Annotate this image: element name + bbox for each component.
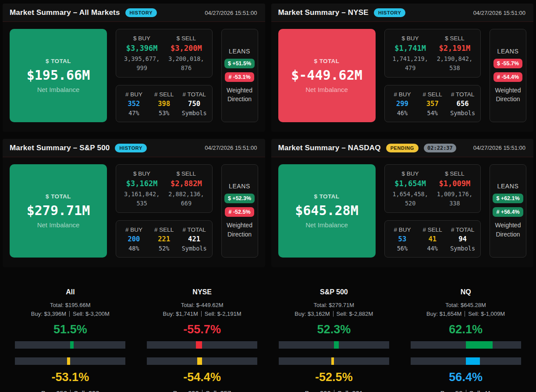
dollar-lean-percent: 62.1%: [400, 323, 532, 336]
count-buysell-line: Buy: 200Sell: 221: [268, 389, 400, 392]
total-line: Total: $195.66M: [4, 302, 136, 308]
net-imbalance-value: $645.28M: [295, 203, 359, 218]
net-imbalance-value: $279.71M: [27, 203, 90, 218]
net-imbalance-card: $ TOTAL $645.28M Net Imbalance: [278, 164, 376, 258]
dollar-lean-pill: $ +52.3%: [224, 194, 255, 203]
stats-column: $ BUY $3,162M 3,161,842,535 $ SELL $2,88…: [116, 164, 213, 258]
panel-title: Market Summary – All Markets: [10, 8, 120, 17]
symbol-bar-marker: [331, 357, 334, 365]
panel-body: $ TOTAL $-449.62M Net Imbalance $ BUY $1…: [271, 22, 534, 132]
net-imbalance-caption: Net Imbalance: [37, 86, 80, 93]
dollar-lean-pill: $ +51.5%: [224, 59, 255, 68]
count-buysell-line: Buy: 53Sell: 41: [400, 389, 532, 392]
dollar-buy-full: 1,741,219,479: [388, 54, 433, 73]
dollar-lean-bar: [15, 341, 125, 349]
count-sell-cell: # SELL 41 44%: [417, 226, 447, 252]
count-total-cell: # TOTAL 421 Symbols: [179, 226, 209, 252]
panel-header: Market Summary – All Markets HISTORY 04/…: [3, 4, 265, 22]
net-imbalance-card: $ TOTAL $-449.62M Net Imbalance: [278, 29, 376, 122]
market-lean-column: S&P 500 Total: $279.71M Buy: $3,162MSell…: [268, 288, 400, 392]
count-buy-text: Buy: 53: [440, 389, 463, 392]
weighted-direction-label: Weighted Direction: [224, 221, 256, 239]
net-imbalance-value: $195.66M: [27, 67, 90, 83]
market-summary-panel: Market Summary – All Markets HISTORY 04/…: [3, 4, 265, 132]
count-buysell-line: Buy: 299Sell: 357: [136, 389, 268, 392]
dollar-lean-percent: 51.5%: [4, 323, 136, 336]
dollar-stats-box: $ BUY $1,741M 1,741,219,479 $ SELL $2,19…: [384, 29, 481, 78]
dollar-lean-bar: [147, 341, 257, 349]
dollar-sell-full: 2,190,842,538: [433, 54, 477, 73]
dollar-lean-percent: -55.7%: [136, 323, 268, 336]
dollar-sell-cell: $ SELL $1,009M 1,009,176,338: [433, 170, 477, 208]
dollar-sell-cell: $ SELL $3,200M 3,200,018,876: [164, 35, 208, 73]
count-total-cell: # TOTAL 656 Symbols: [447, 91, 478, 117]
symbol-lean-bar: [411, 357, 521, 365]
dollar-sell-full: 2,882,136,669: [164, 190, 208, 208]
weighted-direction-label: Weighted Direction: [492, 221, 524, 239]
dollar-lean-bar: [279, 341, 389, 349]
symbol-lean-percent: -52.5%: [268, 371, 400, 384]
dollar-sell-cell: $ SELL $2,191M 2,190,842,538: [433, 35, 477, 73]
count-buy-cell: # BUY 53 56%: [387, 226, 418, 252]
leans-box: LEANS $ -55.7% # -54.4% Weighted Directi…: [490, 29, 526, 122]
market-summary-panel: Market Summary – S&P 500 HISTORY 04/27/2…: [3, 139, 265, 267]
count-lean-pill: # -52.5%: [225, 207, 254, 217]
net-imbalance-card: $ TOTAL $195.66M Net Imbalance: [10, 29, 107, 122]
count-stats-box: # BUY 200 48% # SELL 221 52% # TOTAL 421…: [116, 220, 213, 258]
dollar-buy-full: 3,161,842,535: [120, 190, 164, 208]
dollar-stats-box: $ BUY $3,162M 3,161,842,535 $ SELL $2,88…: [116, 164, 213, 213]
panel-header: Market Summary – NASDAQ PENDING 02:22:37…: [271, 139, 534, 157]
market-lean-summary: All Total: $195.66M Buy: $3,396MSell: $-…: [0, 267, 536, 392]
count-buy-text: Buy: 352: [41, 389, 67, 392]
leans-box: LEANS $ +52.3% # -52.5% Weighted Directi…: [221, 164, 258, 258]
count-total-label: # TOTAL: [179, 226, 209, 233]
count-sell-text: Sell: 357: [206, 389, 231, 392]
count-buy-cell: # BUY 352 47%: [119, 91, 149, 117]
total-line: Total: $279.71M: [268, 302, 400, 308]
count-buy-pct: 48%: [119, 245, 149, 252]
net-imbalance-card: $ TOTAL $279.71M Net Imbalance: [10, 164, 107, 258]
market-name: All: [4, 288, 136, 296]
dollar-buy-cell: $ BUY $1,654M 1,654,458,520: [388, 170, 433, 208]
dollar-bar-marker: [334, 341, 339, 349]
dollar-buy-value: $3,396M: [120, 44, 164, 53]
weighted-direction-label: Weighted Direction: [492, 86, 524, 104]
symbol-lean-bar: [15, 357, 125, 365]
dollar-sell-value: $3,200M: [164, 44, 208, 53]
dollar-buy-label: $ BUY: [388, 35, 433, 42]
dollar-buy-cell: $ BUY $1,741M 1,741,219,479: [388, 35, 433, 73]
leans-label: LEANS: [229, 183, 250, 190]
status-badge: HISTORY: [374, 8, 406, 17]
leans-label: LEANS: [497, 183, 519, 190]
status-badge: HISTORY: [125, 8, 157, 17]
dollar-sell-text: Sell: $-3,200M: [73, 311, 110, 317]
dollar-buy-text: Buy: $1,654M: [426, 311, 461, 317]
dollar-buysell-line: Buy: $1,741MSell: $-2,191M: [136, 311, 268, 317]
count-buy-label: # BUY: [119, 226, 149, 233]
count-sell-pct: 53%: [149, 109, 179, 117]
count-sell-label: # SELL: [149, 226, 179, 233]
status-badge: PENDING: [386, 144, 419, 152]
separator: [334, 390, 334, 392]
count-total-sub: Symbols: [179, 245, 209, 252]
count-buy-value: 299: [387, 100, 418, 108]
status-badge: HISTORY: [115, 144, 147, 152]
separator: [70, 390, 71, 392]
separator: [333, 311, 334, 317]
count-sell-text: Sell: 221: [337, 389, 363, 392]
dollar-buy-value: $3,162M: [120, 179, 164, 188]
panel-body: $ TOTAL $195.66M Net Imbalance $ BUY $3,…: [3, 22, 265, 132]
leans-label: LEANS: [497, 48, 519, 55]
count-total-sub: Symbols: [179, 109, 209, 117]
count-stats-box: # BUY 352 47% # SELL 398 53% # TOTAL 750…: [116, 85, 213, 122]
net-imbalance-caption: Net Imbalance: [37, 221, 80, 229]
count-buy-value: 200: [119, 235, 149, 243]
dollar-sell-label: $ SELL: [433, 170, 477, 177]
count-stats-box: # BUY 299 46% # SELL 357 54% # TOTAL 656…: [384, 85, 481, 122]
panel-timestamp: 04/27/2026 15:51:00: [205, 10, 257, 16]
total-label: $ TOTAL: [314, 193, 340, 200]
panel-body: $ TOTAL $645.28M Net Imbalance $ BUY $1,…: [271, 157, 534, 267]
countdown-timer: 02:22:37: [424, 144, 456, 152]
market-summary-panel: Market Summary – NYSE HISTORY 04/27/2026…: [271, 4, 534, 132]
market-name: NYSE: [136, 288, 268, 296]
